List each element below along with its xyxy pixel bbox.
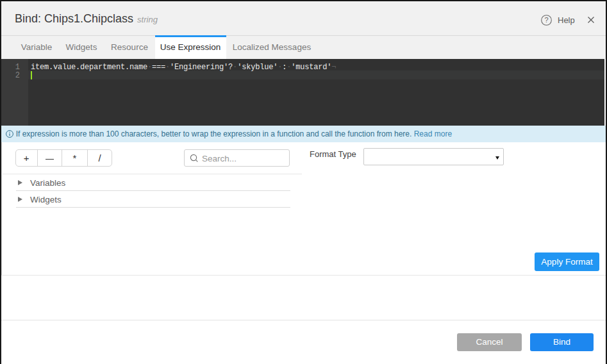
svg-text:?: ? bbox=[544, 16, 548, 24]
